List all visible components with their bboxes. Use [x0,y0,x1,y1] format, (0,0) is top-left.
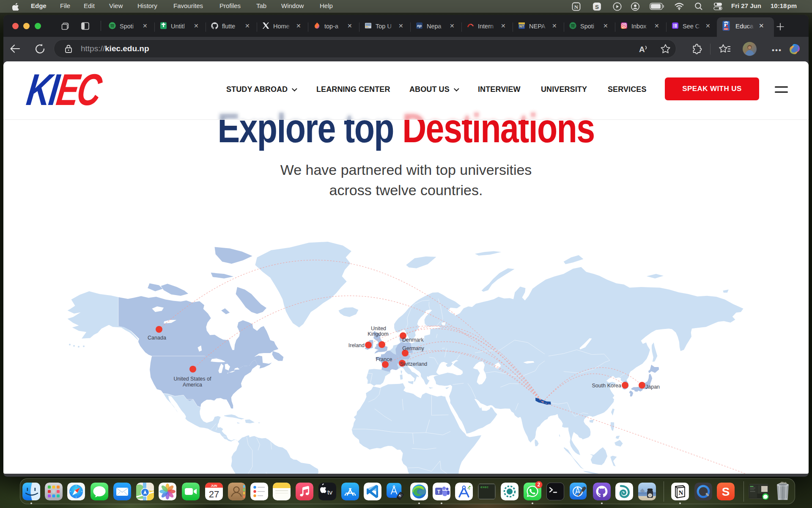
svg-text:Germany: Germany [402,345,424,351]
svg-text:Kingdom: Kingdom [368,331,388,337]
svg-text:T: T [437,489,441,495]
svg-text:NT: NT [519,24,524,28]
svg-text:2: 2 [538,482,540,488]
svg-text:S: S [595,4,599,10]
svg-text:KIEC: KIEC [724,28,728,30]
svg-text:exec: exec [480,485,488,489]
svg-text:N: N [574,4,579,10]
svg-text:JUN: JUN [211,484,217,488]
svg-text:United States of: United States of [174,376,211,382]
svg-text:America: America [183,382,202,388]
svg-text:Ireland: Ireland [348,342,365,348]
svg-text:Switzerland: Switzerland [400,361,428,367]
svg-text:France: France [376,356,392,362]
svg-text:Japan: Japan [645,384,660,390]
svg-text:27: 27 [209,489,219,500]
svg-text:A: A [639,45,645,54]
svg-text:N: N [679,489,683,496]
svg-text:South Korea: South Korea [592,383,622,389]
svg-text:United: United [371,326,386,331]
svg-text:Denmark: Denmark [402,337,424,343]
svg-text:tv: tv [327,489,332,496]
svg-text:np: np [417,24,422,28]
svg-text:Canada: Canada [148,335,166,341]
svg-text:S: S [722,485,730,498]
